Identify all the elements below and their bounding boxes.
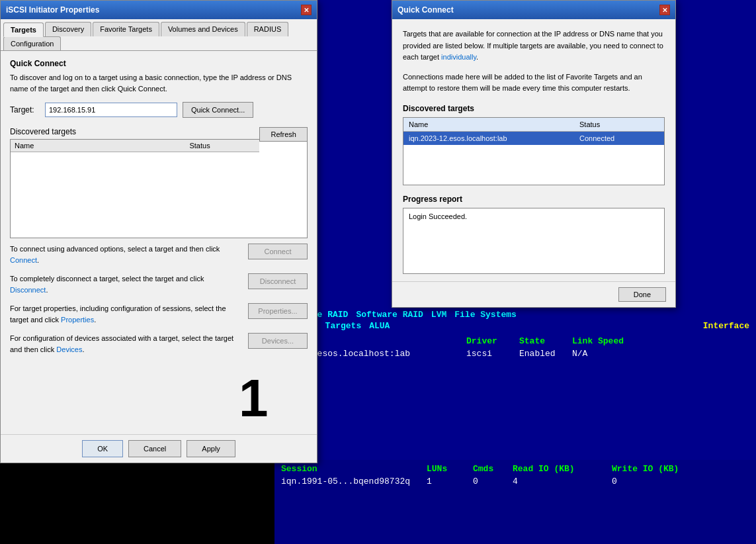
iscsi-content: Quick Connect To discover and log on to …: [1, 51, 317, 453]
session-col-read-io: Read IO (KB): [513, 464, 612, 474]
target-row: Target: Quick Connect...: [10, 102, 308, 118]
action-row-devices: For configuration of devices associated …: [10, 333, 308, 355]
iscsi-window-title: iSCSI Initiator Properties: [6, 5, 99, 15]
devices-button[interactable]: Devices...: [248, 333, 308, 349]
actions-section: To connect using advanced options, selec…: [10, 244, 308, 355]
target-input[interactable]: [45, 103, 177, 117]
iscsi-footer: OK Cancel Apply: [1, 434, 317, 463]
terminal-nav-software-raid[interactable]: Software RAID: [356, 310, 423, 320]
iscsi-title-group: iSCSI Initiator Properties: [6, 5, 99, 15]
iscsi-window: iSCSI Initiator Properties ✕ Targets Dis…: [0, 0, 317, 463]
terminal-col-link-speed: Link Speed: [572, 336, 638, 346]
session-col-session: Session: [281, 464, 427, 474]
refresh-button[interactable]: Refresh: [259, 127, 308, 142]
qc-col-status: Status: [579, 120, 659, 128]
col-status: Status: [189, 142, 255, 150]
action-row-properties: For target properties, including configu…: [10, 303, 308, 325]
session-col-cmds: Cmds: [473, 464, 513, 474]
target-label: Target:: [10, 105, 40, 114]
terminal-nav-alua[interactable]: ALUA: [369, 321, 390, 331]
terminal-table-header: Driver State Link Speed: [281, 336, 749, 346]
apply-button[interactable]: Apply: [187, 440, 235, 457]
qc-discovered-label: Discovered targets: [403, 104, 665, 113]
qc-targets-table: Name Status iqn.2023-12.esos.localhost:l…: [403, 117, 665, 185]
col-name: Name: [15, 142, 189, 150]
ok-button[interactable]: OK: [82, 440, 123, 457]
disconnect-button[interactable]: Disconnect: [248, 273, 308, 289]
qc-table-empty-area: [403, 145, 664, 185]
properties-link: Properties: [61, 316, 94, 324]
discovered-table-header: Name Status: [11, 140, 259, 152]
qc-footer: Done: [392, 281, 675, 307]
qc-progress-box: Login Succeeded.: [403, 208, 665, 274]
qc-done-button[interactable]: Done: [618, 287, 666, 302]
terminal-col-driver: Driver: [466, 336, 519, 346]
iscsi-titlebar: iSCSI Initiator Properties ✕: [1, 1, 317, 19]
tab-configuration[interactable]: Configuration: [3, 36, 61, 50]
properties-desc: For target properties, including configu…: [10, 303, 241, 325]
discovered-section: Discovered targets Refresh Name Status: [10, 127, 308, 238]
session-table-header: Session LUNs Cmds Read IO (KB) Write IO …: [281, 464, 749, 474]
session-table-row: iqn.1991-05...bqend98732q 1 0 4 0: [281, 476, 749, 486]
terminal-row-driver: iscsi: [466, 349, 519, 359]
session-row-cmds: 0: [473, 476, 513, 486]
tab-radius[interactable]: RADIUS: [247, 22, 289, 36]
properties-button[interactable]: Properties...: [248, 303, 308, 319]
disconnect-desc: To completely disconnect a target, selec…: [10, 273, 241, 295]
qc-content: Targets that are available for connectio…: [392, 19, 675, 283]
tab-volumes-devices[interactable]: Volumes and Devices: [161, 22, 245, 36]
session-col-write-io: Write IO (KB): [612, 464, 691, 474]
terminal-table-row: 923-12.esos.localhost:lab iscsi Enabled …: [281, 349, 749, 359]
action-row-disconnect: To completely disconnect a target, selec…: [10, 273, 308, 295]
qc-here-link: here: [466, 73, 480, 81]
terminal-row-link-speed: N/A: [572, 349, 638, 359]
discovered-table: Name Status: [10, 139, 308, 238]
terminal-col-state: State: [519, 336, 572, 346]
qc-titlebar: Quick Connect ✕: [392, 1, 675, 19]
iscsi-tabs-bar: Targets Discovery Favorite Targets Volum…: [1, 19, 317, 51]
qc-close-button[interactable]: ✕: [659, 5, 670, 15]
cancel-button[interactable]: Cancel: [128, 440, 181, 457]
black-area: [0, 460, 274, 544]
terminal-row-state: Enabled: [519, 349, 572, 359]
qc-description-2: Connections made here will be added to t…: [403, 71, 665, 95]
quick-connect-desc: To discover and log on to a target using…: [10, 72, 308, 94]
session-row-write-io: 0: [612, 476, 691, 486]
devices-desc: For configuration of devices associated …: [10, 333, 241, 355]
session-row-read-io: 4: [513, 476, 612, 486]
terminal-nav-lvm[interactable]: LVM: [431, 310, 446, 320]
discovered-table-body: [11, 152, 307, 232]
discovered-label: Discovered targets: [10, 127, 76, 136]
tab-favorite-targets[interactable]: Favorite Targets: [93, 22, 159, 36]
session-row-name: iqn.1991-05...bqend98732q: [281, 476, 427, 486]
connect-desc: To connect using advanced options, selec…: [10, 244, 241, 265]
terminal-nav-interface[interactable]: Interface: [703, 321, 749, 331]
session-row-luns: 1: [427, 476, 473, 486]
qc-col-name: Name: [409, 120, 579, 128]
terminal-top-section: Hardware RAID Software RAID LVM File Sys…: [274, 304, 756, 463]
terminal-session-section: Session LUNs Cmds Read IO (KB) Write IO …: [274, 460, 756, 544]
qc-description-1: Targets that are available for connectio…: [403, 28, 665, 64]
quick-connect-title: Quick Connect: [10, 59, 308, 68]
devices-link: Devices: [56, 345, 82, 353]
iscsi-close-button[interactable]: ✕: [301, 5, 312, 15]
disconnect-link: Disconnect: [10, 286, 46, 294]
quick-connect-button[interactable]: Quick Connect...: [183, 102, 253, 118]
action-row-connect: To connect using advanced options, selec…: [10, 244, 308, 265]
session-col-luns: LUNs: [427, 464, 473, 474]
qc-title-group: Quick Connect: [398, 5, 454, 15]
terminal-nav-file-systems[interactable]: File Systems: [454, 310, 517, 320]
terminal-nav-targets[interactable]: Targets: [325, 321, 362, 331]
qc-row-name: iqn.2023-12.esos.localhost:lab: [409, 134, 579, 142]
step-1-label: 1: [239, 368, 269, 429]
qc-row-status: Connected: [579, 134, 659, 142]
connect-link: Connect: [10, 256, 37, 264]
qc-individually-link: individually: [441, 53, 476, 61]
qc-table-header: Name Status: [403, 118, 664, 132]
qc-table-row[interactable]: iqn.2023-12.esos.localhost:lab Connected: [403, 132, 664, 145]
connect-button[interactable]: Connect: [248, 244, 308, 259]
tab-discovery[interactable]: Discovery: [45, 22, 91, 36]
tab-targets[interactable]: Targets: [3, 23, 44, 37]
qc-progress-text: Login Succeeded.: [409, 212, 467, 220]
qc-window-title: Quick Connect: [398, 5, 454, 15]
